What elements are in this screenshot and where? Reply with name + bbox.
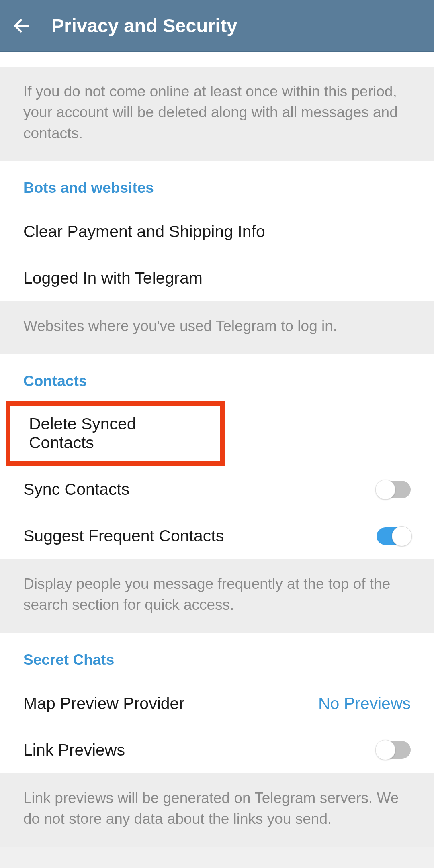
contacts-section-header: Contacts <box>0 354 434 402</box>
clear-payment-label: Clear Payment and Shipping Info <box>23 222 265 241</box>
logged-in-row[interactable]: Logged In with Telegram <box>0 255 434 301</box>
sync-contacts-label: Sync Contacts <box>23 480 129 499</box>
contacts-section: Contacts Delete Synced Contacts Sync Con… <box>0 354 434 559</box>
bots-section-header: Bots and websites <box>0 161 434 208</box>
link-previews-row[interactable]: Link Previews <box>0 727 434 773</box>
toggle-knob <box>375 480 395 500</box>
app-header: Privacy and Security <box>0 0 434 52</box>
account-deletion-description: If you do not come online at least once … <box>0 67 434 161</box>
bots-footer: Websites where you've used Telegram to l… <box>0 301 434 354</box>
delete-synced-contacts-label: Delete Synced Contacts <box>29 415 202 452</box>
suggest-frequent-toggle[interactable] <box>377 527 411 545</box>
map-preview-label: Map Preview Provider <box>23 694 184 713</box>
divider-strip <box>0 52 434 67</box>
link-previews-label: Link Previews <box>23 741 125 760</box>
sync-contacts-toggle[interactable] <box>377 481 411 498</box>
clear-payment-row[interactable]: Clear Payment and Shipping Info <box>0 208 434 255</box>
secret-chats-section: Secret Chats Map Preview Provider No Pre… <box>0 633 434 773</box>
delete-synced-contacts-row[interactable]: Delete Synced Contacts <box>6 401 225 466</box>
contacts-footer: Display people you message frequently at… <box>0 559 434 633</box>
toggle-knob <box>392 526 412 546</box>
suggest-frequent-label: Suggest Frequent Contacts <box>23 527 224 545</box>
link-previews-toggle[interactable] <box>377 741 411 759</box>
sync-contacts-row[interactable]: Sync Contacts <box>0 466 434 513</box>
map-preview-row[interactable]: Map Preview Provider No Previews <box>0 680 434 727</box>
page-title: Privacy and Security <box>51 14 237 37</box>
bots-section: Bots and websites Clear Payment and Ship… <box>0 161 434 301</box>
logged-in-label: Logged In with Telegram <box>23 269 203 288</box>
map-preview-value: No Previews <box>318 694 411 713</box>
suggest-frequent-row[interactable]: Suggest Frequent Contacts <box>0 513 434 559</box>
secret-chats-footer: Link previews will be generated on Teleg… <box>0 773 434 847</box>
toggle-knob <box>375 740 395 760</box>
secret-chats-section-header: Secret Chats <box>0 633 434 680</box>
back-arrow-icon[interactable] <box>12 16 31 35</box>
